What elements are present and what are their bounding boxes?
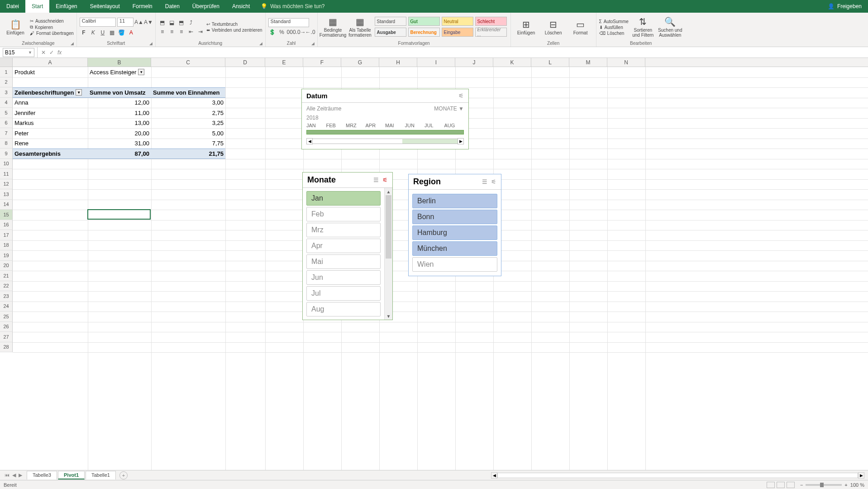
hscroll-right-icon[interactable]: ▶: [858, 472, 864, 479]
fill-color-button[interactable]: 🪣: [118, 29, 126, 37]
row-header[interactable]: 1: [0, 67, 13, 77]
column-header[interactable]: L: [531, 58, 569, 67]
align-left-icon[interactable]: ≡: [158, 28, 167, 36]
row-header[interactable]: 21: [0, 271, 13, 281]
sheet-tab[interactable]: Pivot1: [58, 471, 85, 479]
column-header[interactable]: D: [225, 58, 265, 67]
tab-start[interactable]: Start: [25, 0, 49, 13]
column-header[interactable]: G: [341, 58, 379, 67]
align-top-icon[interactable]: ⬒: [158, 19, 167, 27]
row-header[interactable]: 5: [0, 108, 13, 118]
cell-style-erklaerend[interactable]: Erklärender ...: [475, 28, 507, 37]
cell-style-ausgabe[interactable]: Ausgabe: [375, 28, 406, 37]
row-header[interactable]: 16: [0, 220, 13, 230]
cell[interactable]: Jennifer: [13, 108, 88, 118]
cell-style-schlecht[interactable]: Schlecht: [475, 17, 507, 26]
row-header[interactable]: 2: [0, 77, 13, 88]
cell[interactable]: Rene: [13, 139, 88, 149]
slicer-item[interactable]: Wien: [412, 257, 497, 272]
tab-formeln[interactable]: Formeln: [126, 0, 159, 13]
row-header[interactable]: 22: [0, 281, 13, 292]
accept-formula-icon[interactable]: ✓: [49, 49, 54, 56]
name-box[interactable]: B15 ▼: [3, 48, 34, 57]
timeline-scroll-right[interactable]: ▶: [458, 138, 464, 144]
cell[interactable]: 12,00: [88, 98, 151, 108]
slicer-item[interactable]: Mrz: [306, 223, 381, 237]
row-header[interactable]: 26: [0, 322, 13, 332]
sheet-tab[interactable]: Tabelle1: [86, 471, 116, 479]
tell-me-search[interactable]: 💡 Was möchten Sie tun?: [256, 0, 329, 13]
underline-button[interactable]: U: [99, 29, 107, 37]
indent-decrease-icon[interactable]: ⇤: [187, 28, 195, 36]
row-header[interactable]: 28: [0, 342, 13, 353]
cell[interactable]: 3,25: [151, 118, 225, 129]
clear-filter-icon[interactable]: ⚟: [458, 92, 464, 99]
column-header[interactable]: I: [417, 58, 455, 67]
format-as-table-button[interactable]: ▦Als Tabelle formatieren: [348, 14, 373, 41]
scroll-up-icon[interactable]: ▲: [385, 188, 392, 195]
page-layout-view-button[interactable]: [777, 482, 785, 488]
cell[interactable]: Anna: [13, 98, 88, 108]
increase-decimal-icon[interactable]: .0→: [297, 28, 305, 36]
clear-filter-icon[interactable]: ⚟: [382, 177, 388, 183]
cell[interactable]: 21,75: [151, 149, 225, 159]
slicer-item[interactable]: Berlin: [412, 194, 497, 208]
zoom-out-button[interactable]: −: [800, 482, 803, 488]
timeline-panel[interactable]: Datum ⚟ Alle Zeiträume MONATE ▼ 2018 JAN…: [301, 89, 469, 149]
column-header[interactable]: C: [151, 58, 225, 67]
row-header[interactable]: 23: [0, 291, 13, 302]
decrease-font-icon[interactable]: A▼: [144, 18, 153, 26]
tab-seitenlayout[interactable]: Seitenlayout: [84, 0, 126, 13]
orientation-icon[interactable]: ⤴: [187, 19, 195, 27]
column-header[interactable]: N: [607, 58, 645, 67]
row-header[interactable]: 18: [0, 240, 13, 251]
tab-daten[interactable]: Daten: [159, 0, 186, 13]
slicer-item[interactable]: Bonn: [412, 210, 497, 224]
fill-button[interactable]: ⬇Ausfüllen: [599, 25, 629, 30]
number-launcher-icon[interactable]: ◢: [311, 41, 315, 46]
column-header[interactable]: E: [265, 58, 303, 67]
font-color-button[interactable]: A: [127, 29, 135, 37]
tab-ansicht[interactable]: Ansicht: [226, 0, 256, 13]
row-header[interactable]: 13: [0, 189, 13, 200]
cell-style-gut[interactable]: Gut: [408, 17, 440, 26]
row-header[interactable]: 8: [0, 139, 13, 149]
slicer-item[interactable]: München: [412, 241, 497, 256]
hscroll-track[interactable]: [497, 473, 858, 478]
row-header[interactable]: 15: [0, 210, 13, 220]
font-launcher-icon[interactable]: ◢: [149, 41, 153, 46]
row-header[interactable]: 12: [0, 179, 13, 190]
multiselect-icon[interactable]: ☰: [373, 177, 379, 183]
zoom-in-button[interactable]: +: [844, 482, 847, 488]
cell[interactable]: Zeilenbeschriftungen▾: [13, 87, 88, 98]
row-header[interactable]: 19: [0, 250, 13, 261]
thousands-icon[interactable]: 000: [287, 28, 296, 36]
sheet-tab[interactable]: Tabelle3: [27, 471, 57, 479]
increase-font-icon[interactable]: A▲: [135, 18, 143, 26]
share-button[interactable]: 👤 Freigeben: [821, 0, 868, 13]
find-select-button[interactable]: 🔍Suchen und Auswählen: [658, 14, 683, 41]
cell[interactable]: 5,00: [151, 128, 225, 139]
new-sheet-button[interactable]: +: [119, 471, 128, 479]
conditional-formatting-button[interactable]: ▦Bedingte Formatierung: [320, 14, 346, 41]
cell-style-standard[interactable]: Standard: [375, 17, 406, 26]
cell[interactable]: Summe von Umsatz: [88, 87, 151, 98]
align-middle-icon[interactable]: ⬓: [168, 19, 176, 27]
timeline-month-label[interactable]: APR: [366, 123, 386, 128]
row-header[interactable]: 27: [0, 332, 13, 342]
row-header[interactable]: 11: [0, 169, 13, 179]
timeline-month-label[interactable]: FEB: [326, 123, 346, 128]
row-header[interactable]: 6: [0, 118, 13, 129]
cell[interactable]: Markus: [13, 118, 88, 129]
cell-style-eingabe[interactable]: Eingabe: [442, 28, 473, 37]
clear-button[interactable]: ⌫Löschen: [599, 31, 629, 36]
timeline-month-label[interactable]: JUL: [424, 123, 444, 128]
fx-icon[interactable]: fx: [57, 49, 62, 56]
sort-filter-button[interactable]: ⇅Sortieren und Filtern: [630, 14, 656, 41]
hscroll-left-icon[interactable]: ◀: [491, 472, 497, 479]
slicer-item[interactable]: Jun: [306, 270, 381, 285]
cell[interactable]: 87,00: [88, 149, 151, 159]
cell[interactable]: 31,00: [88, 139, 151, 149]
slicer-item[interactable]: Aug: [306, 302, 381, 316]
cell[interactable]: Summe von Einnahmen: [151, 87, 225, 98]
